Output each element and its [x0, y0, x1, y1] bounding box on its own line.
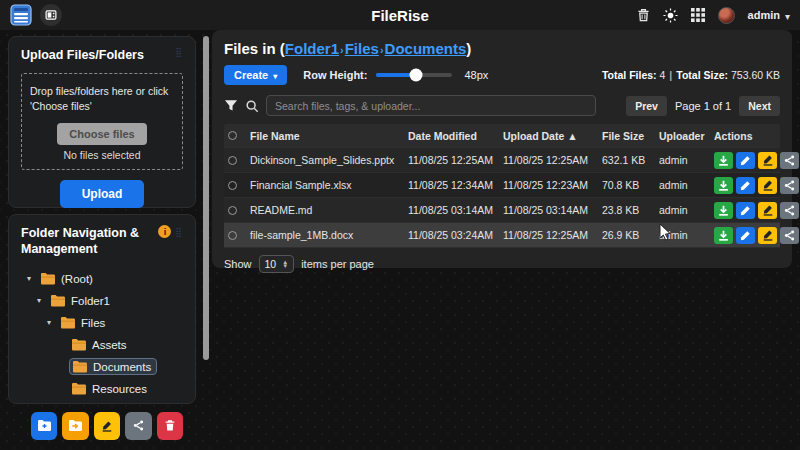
pencil-icon [762, 179, 774, 191]
table-row[interactable]: README.md11/08/25 03:14AM11/08/25 03:14A… [224, 198, 780, 223]
dropzone-text: Drop files/folders here or click 'Choose… [30, 84, 174, 114]
filter-button[interactable] [224, 99, 238, 112]
tree-item-root[interactable]: (Root) [21, 268, 183, 290]
breadcrumb-link-folder1[interactable]: Folder1 [285, 40, 339, 57]
panel-toggle-button[interactable] [40, 4, 62, 26]
row-checkbox[interactable] [228, 181, 237, 190]
trash-icon [164, 419, 176, 432]
row-checkbox[interactable] [228, 156, 237, 165]
breadcrumb-prefix: Files in ( [224, 40, 285, 57]
rename-folder-button[interactable] [94, 412, 120, 440]
tree-item-assets[interactable]: Assets [21, 334, 183, 356]
edit-file-button[interactable] [736, 202, 755, 219]
slider-thumb[interactable] [409, 69, 422, 82]
vertical-scrollbar[interactable] [203, 36, 209, 360]
row-checkbox[interactable] [228, 231, 237, 240]
column-header-file-name[interactable]: File Name [250, 130, 408, 142]
tree-item-folder1[interactable]: Folder1 [21, 290, 183, 312]
user-menu[interactable]: admin [748, 6, 790, 24]
row-actions [714, 177, 799, 194]
file-list-panel: Files in (Folder1›Files›Documents) Creat… [212, 30, 792, 268]
per-page-select[interactable]: 10 ▲▼ [259, 255, 295, 273]
table-row[interactable]: Financial Sample.xlsx11/08/25 12:34AM11/… [224, 173, 780, 198]
download-file-button[interactable] [714, 177, 733, 194]
column-header-upload-date--[interactable]: Upload Date ▲ [503, 130, 602, 142]
share-file-button[interactable] [780, 227, 799, 244]
pencil-icon [740, 155, 751, 166]
upload-date: 11/08/25 12:25AM [503, 229, 602, 241]
delete-folder-button[interactable] [157, 412, 183, 440]
share-file-button[interactable] [780, 202, 799, 219]
column-header-date-modified[interactable]: Date Modified [408, 130, 503, 142]
tree-item-documents[interactable]: Documents [21, 356, 183, 378]
download-file-button[interactable] [714, 227, 733, 244]
prev-page-button[interactable]: Prev [626, 96, 667, 116]
theme-toggle-button[interactable] [663, 8, 678, 23]
upload-button[interactable]: Upload [60, 180, 145, 208]
tree-caret-icon[interactable] [27, 274, 35, 283]
tree-caret-icon[interactable] [47, 318, 55, 327]
file-name[interactable]: Financial Sample.xlsx [250, 179, 408, 191]
table-row[interactable]: Dickinson_Sample_Slides.pptx11/08/25 12:… [224, 148, 780, 173]
table-row[interactable]: file-sample_1MB.docx11/08/25 03:24AM11/0… [224, 223, 780, 248]
download-icon [718, 180, 729, 191]
file-name[interactable]: Dickinson_Sample_Slides.pptx [250, 154, 408, 166]
tree-item-label: Documents [93, 361, 151, 373]
tree-caret-icon[interactable] [37, 296, 45, 305]
apps-grid-button[interactable] [691, 8, 705, 22]
breadcrumb-link-documents[interactable]: Documents [385, 40, 467, 57]
toolbar: Create Row Height: 48px Total Files: 4|T… [224, 65, 780, 85]
move-folder-button[interactable] [62, 412, 88, 440]
column-header-uploader[interactable]: Uploader [659, 130, 714, 142]
drag-handle-icon[interactable]: ⣿ [175, 47, 183, 57]
avatar[interactable] [718, 7, 735, 24]
info-icon[interactable]: i [158, 225, 171, 238]
rename-file-button[interactable] [758, 152, 777, 169]
pencil-icon [101, 420, 113, 432]
share-file-button[interactable] [780, 177, 799, 194]
edit-file-button[interactable] [736, 152, 755, 169]
page-indicator: Page 1 of 1 [675, 100, 731, 112]
folder-plus-icon [37, 419, 52, 432]
folder-icon [72, 360, 88, 373]
row-height-slider[interactable] [376, 73, 452, 77]
share-file-button[interactable] [780, 152, 799, 169]
trash-button[interactable] [637, 8, 650, 22]
share-folder-button[interactable] [125, 412, 151, 440]
download-file-button[interactable] [714, 202, 733, 219]
tree-item-resources[interactable]: Resources [21, 378, 183, 400]
search-input[interactable] [266, 95, 596, 116]
row-checkbox[interactable] [228, 206, 237, 215]
select-all-checkbox[interactable] [228, 131, 237, 140]
file-table: File NameDate ModifiedUpload Date ▲File … [224, 124, 780, 248]
tree-item-label: Assets [92, 339, 127, 351]
edit-file-button[interactable] [736, 177, 755, 194]
rename-file-button[interactable] [758, 202, 777, 219]
tree-item-label: Files [81, 317, 105, 329]
row-actions [714, 227, 799, 244]
column-header-file-size[interactable]: File Size [602, 130, 659, 142]
table-footer: Show 10 ▲▼ items per page [224, 255, 780, 273]
file-name[interactable]: README.md [250, 204, 408, 216]
download-file-button[interactable] [714, 152, 733, 169]
row-actions [714, 202, 799, 219]
drag-handle-icon[interactable]: ⣿ [175, 227, 183, 237]
breadcrumb: Files in (Folder1›Files›Documents) [224, 40, 780, 57]
file-size: 632.1 KB [602, 154, 659, 166]
tree-item-files[interactable]: Files [21, 312, 183, 334]
rename-file-button[interactable] [758, 177, 777, 194]
file-name[interactable]: file-sample_1MB.docx [250, 229, 408, 241]
create-button[interactable]: Create [224, 65, 287, 85]
upload-date: 11/08/25 03:14AM [503, 204, 602, 216]
upload-dropzone[interactable]: Drop files/folders here or click 'Choose… [21, 73, 183, 169]
column-header-actions[interactable]: Actions [714, 130, 776, 142]
rename-file-button[interactable] [758, 227, 777, 244]
choose-files-button[interactable]: Choose files [57, 123, 146, 145]
edit-file-button[interactable] [736, 227, 755, 244]
breadcrumb-link-files[interactable]: Files [345, 40, 379, 57]
apps-grid-icon [691, 8, 705, 22]
next-page-button[interactable]: Next [739, 96, 780, 116]
create-folder-button[interactable] [31, 412, 57, 440]
uploader: admin [659, 179, 714, 191]
app-logo-icon[interactable] [10, 4, 32, 26]
